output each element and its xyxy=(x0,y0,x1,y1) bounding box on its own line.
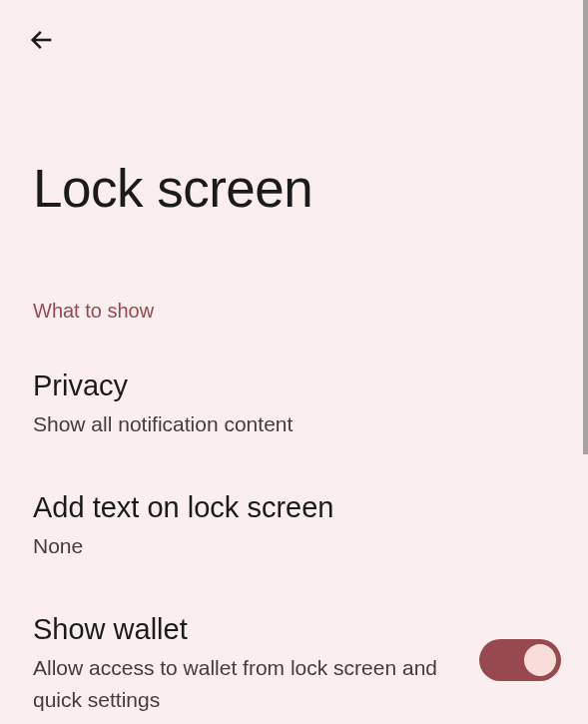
toggle-thumb xyxy=(524,644,556,676)
scrollbar[interactable] xyxy=(583,0,588,454)
setting-add-text[interactable]: Add text on lock screen None xyxy=(33,491,555,562)
show-wallet-toggle[interactable] xyxy=(479,639,561,681)
setting-privacy-subtitle: Show all notification content xyxy=(33,408,555,440)
setting-show-wallet: Show wallet Allow access to wallet from … xyxy=(33,613,555,715)
setting-privacy[interactable]: Privacy Show all notification content xyxy=(33,369,555,440)
back-button[interactable] xyxy=(26,24,58,56)
back-arrow-icon xyxy=(28,26,56,54)
setting-show-wallet-title: Show wallet xyxy=(33,613,555,646)
section-header-what-to-show: What to show xyxy=(33,300,154,323)
setting-add-text-title: Add text on lock screen xyxy=(33,491,555,524)
setting-show-wallet-subtitle: Allow access to wallet from lock screen … xyxy=(33,652,452,715)
page-title: Lock screen xyxy=(33,158,312,219)
setting-privacy-title: Privacy xyxy=(33,369,555,402)
setting-add-text-subtitle: None xyxy=(33,530,555,562)
